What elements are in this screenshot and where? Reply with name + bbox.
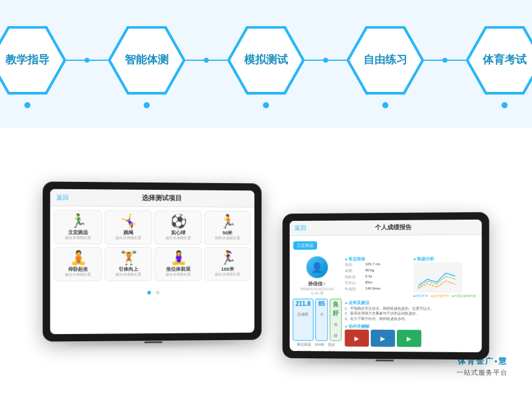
score-label: 分 bbox=[320, 313, 323, 316]
page-dot-2[interactable] bbox=[156, 291, 159, 294]
reach-row: 手长比: 65m bbox=[345, 280, 408, 286]
left-tablet: 返回 选择测试项目 🏃‍♂️ 立定跳远 超出水准线长度 🤸‍♀️ 跳绳 超出水准… bbox=[43, 181, 262, 341]
exercise-name-50m: 50米 bbox=[207, 229, 248, 236]
level-badge: 良好 等级 bbox=[330, 299, 342, 341]
connector-1 bbox=[66, 58, 108, 63]
exercise-desc-ball: 超出水准线长度 bbox=[158, 236, 199, 240]
completed-items: 第位跳远 164米 良好 bbox=[293, 341, 341, 349]
total-score: 211.8 bbox=[296, 301, 311, 307]
exercise-desc-jump: 超出水准线长度 bbox=[57, 236, 99, 240]
exercise-card-100m[interactable]: 🏃‍♀️ 100米 超出水准线长度 bbox=[204, 247, 251, 281]
left-tablet-screen: 返回 选择测试项目 🏃‍♂️ 立定跳远 超出水准线长度 🤸‍♀️ 跳绳 超出水准… bbox=[50, 189, 254, 335]
pagination bbox=[50, 285, 254, 299]
weight-key: 体重: bbox=[345, 268, 363, 274]
run-icon: 🏃 bbox=[207, 215, 248, 228]
exercise-desc-rope: 超出水准线长度 bbox=[108, 236, 149, 240]
weight-val: 90 kg bbox=[365, 268, 374, 274]
video-thumb-3[interactable]: ▶ bbox=[397, 330, 421, 347]
exercise-name-rope: 跳绳 bbox=[108, 229, 149, 236]
hex-dot-free bbox=[382, 102, 388, 108]
hex-dot-teaching bbox=[24, 102, 30, 108]
weight-row: 体重: 90 kg bbox=[345, 268, 408, 274]
hex-dot-smart bbox=[144, 102, 150, 108]
ball-icon: ⚽ bbox=[158, 215, 199, 228]
jump-key: 年成绩: bbox=[345, 287, 363, 292]
nav-item-mock-test[interactable]: 模拟测试 bbox=[227, 26, 305, 108]
height-row: 身高: 165.7 cm bbox=[345, 262, 408, 268]
item1-lvl: 良好 bbox=[328, 342, 335, 347]
hex-label-mock-test: 模拟测试 bbox=[244, 53, 288, 67]
connector-4 bbox=[424, 58, 466, 63]
video-thumb-1[interactable]: ▶ bbox=[345, 330, 369, 347]
item1-val: 164米 bbox=[315, 342, 324, 347]
exercise-name-situp: 仰卧起坐 bbox=[57, 266, 99, 273]
jump-row: 年成绩: 140.0mm bbox=[345, 287, 408, 292]
height-val: 165.7 cm bbox=[365, 262, 380, 268]
nav-item-teaching[interactable]: 教学指导 bbox=[0, 26, 66, 108]
flex-icon: 🧘‍♀️ bbox=[158, 251, 199, 265]
nav-item-sports-exam[interactable]: 体育考试 bbox=[466, 26, 532, 108]
right-tablet-screen: 返回 个人成绩报告 立定跳远 👤 孙佳佳♀ 20062313131311312 … bbox=[290, 220, 482, 352]
total-score-badge: 211.8 总成绩 bbox=[293, 299, 313, 341]
right-tablet-home-bar bbox=[290, 352, 482, 364]
exercise-name-ball: 实心球 bbox=[158, 229, 199, 236]
trend-panel: ● 轨迹分析 ■ 本班平均 ■ bbox=[413, 256, 478, 298]
exercise-card-ball[interactable]: ⚽ 实心球 超出水准线长度 bbox=[155, 210, 201, 245]
hex-dot-exam bbox=[502, 102, 508, 108]
student-grade: 七-01 班 bbox=[293, 291, 341, 296]
bmi-val: 0.3x bbox=[365, 274, 372, 280]
exercise-desc-pullup: 超出水准线长度 bbox=[108, 273, 149, 277]
report-back-button[interactable]: 返回 bbox=[295, 224, 307, 232]
score-badge: 85 分 bbox=[315, 299, 328, 341]
body-stats-title: ● 常态和体 bbox=[345, 256, 408, 262]
exercise-desc-100m: 超出水准线长度 bbox=[207, 273, 248, 277]
exercise-desc-flex: 超出水准线长度 bbox=[158, 273, 199, 277]
left-back-button[interactable]: 返回 bbox=[57, 193, 69, 201]
exercise-card-situp[interactable]: 🧘 仰卧起坐 超出水准线长度 bbox=[54, 247, 102, 282]
left-screen-title: 选择测试项目 bbox=[74, 193, 248, 203]
video-thumb-2[interactable]: ▶ bbox=[371, 330, 395, 347]
action-section: ● 动作关键帧 ▶ ▶ ▶ bbox=[345, 324, 478, 347]
hex-teaching[interactable]: 教学指导 bbox=[0, 26, 66, 95]
advice-text: 1、平地跑步关注步法，相邻轨迹包是的、位置可以大。 2、提高在弹跳力含量参与子步… bbox=[345, 306, 478, 322]
report-body: 👤 孙佳佳♀ 20062313131311312 七-01 班 211.8 总成… bbox=[290, 252, 482, 352]
current-event-tag[interactable]: 立定跳远 bbox=[293, 242, 317, 250]
exercise-card-flex[interactable]: 🧘‍♀️ 坐位体前屈 超出水准线长度 bbox=[155, 247, 201, 281]
trend-chart bbox=[413, 262, 463, 293]
exercise-card-pullup[interactable]: 🏋️ 引体向上 超出水准线长度 bbox=[105, 247, 152, 281]
exercise-card-50m[interactable]: 🏃 50米 初时水准线长度 bbox=[204, 210, 251, 245]
exercise-card-jump[interactable]: 🏃‍♂️ 立定跳远 超出水准线长度 bbox=[54, 210, 102, 245]
trend-title: ● 轨迹分析 bbox=[413, 256, 478, 262]
hex-label-teaching: 教学指导 bbox=[5, 53, 49, 67]
event-tag-row: 立定跳远 bbox=[290, 235, 482, 252]
exercise-name-pullup: 引体向上 bbox=[108, 266, 149, 273]
tablets-section: 返回 选择测试项目 🏃‍♂️ 立定跳远 超出水准线长度 🤸‍♀️ 跳绳 超出水准… bbox=[0, 128, 532, 389]
exercise-name-100m: 100米 bbox=[207, 266, 248, 273]
exercise-name-flex: 坐位体前屈 bbox=[158, 266, 199, 273]
stats-table: 身高: 165.7 cm 体重: 90 kg 指标值: 0.3x bbox=[345, 262, 408, 292]
exercise-desc-situp: 超出水准线长度 bbox=[57, 273, 99, 277]
student-avatar: 👤 bbox=[306, 256, 327, 278]
stats-and-chart: ● 常态和体 身高: 165.7 cm 体重: 90 kg bbox=[345, 256, 478, 298]
page-dot-active[interactable] bbox=[147, 291, 151, 294]
pullup-icon: 🏋️ bbox=[108, 251, 149, 265]
right-tablet: 返回 个人成绩报告 立定跳远 👤 孙佳佳♀ 20062313131311312 … bbox=[282, 212, 489, 360]
report-title: 个人成绩报告 bbox=[311, 223, 477, 232]
nav-section: 教学指导 智能体测 模拟测试 bbox=[0, 0, 532, 128]
exercise-name-jump: 立定跳远 bbox=[57, 229, 99, 235]
student-name: 孙佳佳♀ bbox=[293, 280, 341, 287]
advice-section: ● 点评及建议 1、平地跑步关注步法，相邻轨迹包是的、位置可以大。 2、提高在弹… bbox=[345, 300, 478, 322]
exercise-card-rope[interactable]: 🤸‍♀️ 跳绳 超出水准线长度 bbox=[105, 210, 152, 245]
total-label: 总成绩 bbox=[298, 313, 309, 316]
level-value: 良好 bbox=[333, 301, 339, 318]
advice-title: ● 点评及建议 bbox=[345, 300, 478, 306]
sprint-icon: 🏃‍♀️ bbox=[207, 251, 248, 265]
nav-item-smart-test[interactable]: 智能体测 bbox=[108, 26, 186, 108]
hex-label-smart-test: 智能体测 bbox=[125, 53, 169, 67]
reach-key: 手长比: bbox=[345, 280, 363, 286]
exercise-desc-50m: 初时水准线长度 bbox=[207, 236, 248, 240]
score-badges: 211.8 总成绩 85 分 良好 等级 bbox=[293, 299, 341, 341]
nav-item-free-practice[interactable]: 自由练习 bbox=[346, 26, 424, 108]
item1: 第位跳远 bbox=[297, 342, 312, 347]
hex-dot-mock bbox=[263, 102, 269, 108]
